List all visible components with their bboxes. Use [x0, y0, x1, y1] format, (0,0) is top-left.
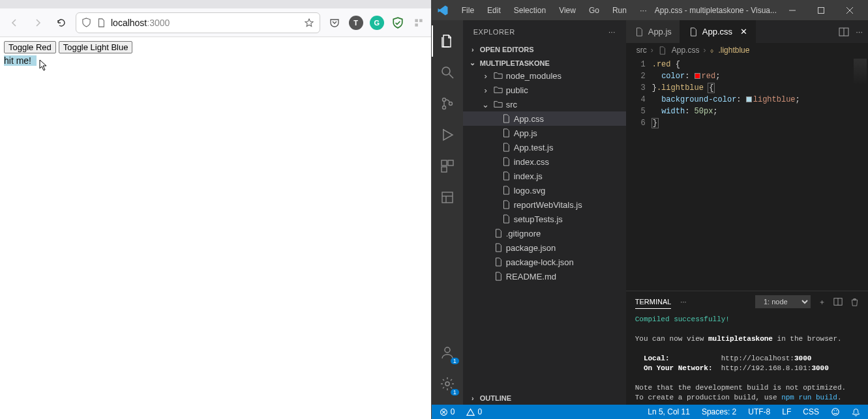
file-row[interactable]: reportWebVitals.js [463, 197, 626, 212]
crumb-symbol-icon: ⬨ [710, 46, 714, 55]
menu-run[interactable]: Run [607, 3, 632, 18]
activity-settings[interactable]: 1 [432, 368, 463, 399]
activity-accounts[interactable]: 1 [432, 337, 463, 368]
file-row[interactable]: App.js [463, 126, 626, 140]
file-icon [493, 272, 503, 281]
menu-go[interactable]: Go [584, 3, 605, 18]
status-bell-icon[interactable] [849, 407, 863, 416]
terminal-output[interactable]: Compiled successfully! You can now view … [626, 312, 868, 405]
ext-overflow-icon[interactable] [412, 16, 426, 30]
open-editors-label: OPEN EDITORS [480, 46, 534, 53]
more-actions-icon[interactable]: ··· [856, 27, 863, 36]
split-editor-icon[interactable] [839, 27, 849, 37]
file-row[interactable]: App.css [463, 111, 626, 126]
file-icon [688, 27, 698, 36]
svg-rect-0 [415, 19, 418, 22]
svg-point-5 [442, 67, 450, 75]
status-ln-col[interactable]: Ln 5, Col 11 [645, 407, 693, 416]
menu-file[interactable]: File [456, 3, 479, 18]
forward-button[interactable] [29, 14, 47, 32]
tab-app-css[interactable]: App.css ✕ [680, 20, 756, 43]
code-content[interactable]: .red { color: red;}.lightblue { backgrou… [652, 57, 868, 291]
tree-item-label: package.json [506, 243, 556, 253]
file-row[interactable]: package-lock.json [463, 255, 626, 269]
reload-button[interactable] [52, 14, 70, 32]
explorer-more-icon[interactable]: ··· [608, 28, 616, 36]
file-icon [493, 257, 503, 267]
activity-item[interactable] [432, 182, 463, 213]
file-row[interactable]: README.md [463, 269, 626, 283]
toggle-red-button[interactable]: Toggle Red [4, 41, 56, 53]
status-language[interactable]: CSS [800, 407, 822, 416]
outline-section[interactable]: › OUTLINE [463, 393, 626, 403]
tab-app-js[interactable]: App.js [626, 20, 680, 43]
window-maximize[interactable] [808, 0, 834, 20]
project-section[interactable]: ⌄ MULTIPLETASKONE [463, 57, 626, 68]
terminal-more-icon[interactable]: ··· [680, 298, 686, 306]
pocket-icon[interactable] [325, 14, 344, 32]
toggle-lightblue-button[interactable]: Toggle Light Blue [59, 41, 133, 53]
folder-row[interactable]: ›public [463, 83, 626, 97]
folder-row[interactable]: ›node_modules [463, 68, 626, 83]
tree-item-label: App.test.js [514, 143, 554, 152]
ext-grammarly-icon[interactable]: G [370, 16, 384, 30]
status-errors[interactable]: 0 [437, 407, 458, 416]
terminal-panel: TERMINAL ··· 1: node ＋ Compiled successf… [626, 291, 868, 405]
folder-icon [493, 85, 503, 94]
breadcrumbs[interactable]: src › App.css › ⬨ .lightblue [626, 43, 868, 57]
tree-item-label: logo.svg [514, 186, 545, 195]
activity-debug[interactable] [432, 119, 463, 151]
svg-point-8 [442, 106, 445, 109]
accounts-badge: 1 [451, 358, 459, 364]
file-row[interactable]: index.js [463, 169, 626, 183]
menu-edit[interactable]: Edit [482, 3, 506, 18]
chevron-right-icon: › [468, 394, 477, 402]
split-terminal-icon[interactable] [833, 297, 843, 306]
activity-extensions[interactable] [432, 151, 463, 182]
activity-explorer[interactable] [432, 25, 463, 57]
crumb[interactable]: src [636, 46, 647, 55]
svg-point-10 [443, 129, 444, 130]
ext-shield-icon[interactable] [391, 16, 405, 30]
status-eol[interactable]: LF [779, 407, 794, 416]
menu-view[interactable]: View [554, 3, 581, 18]
menu-selection[interactable]: Selection [509, 3, 551, 18]
status-encoding[interactable]: UTF-8 [745, 407, 773, 416]
window-minimize[interactable] [779, 0, 805, 20]
terminal-tab[interactable]: TERMINAL [635, 295, 672, 309]
file-icon [501, 200, 511, 209]
file-row[interactable]: .gitignore [463, 226, 626, 240]
file-row[interactable]: logo.svg [463, 183, 626, 197]
terminal-selector[interactable]: 1: node [755, 295, 811, 308]
file-row[interactable]: package.json [463, 240, 626, 255]
minimap[interactable] [854, 59, 867, 85]
back-button[interactable] [5, 14, 23, 32]
close-icon[interactable]: ✕ [740, 27, 747, 36]
open-editors-section[interactable]: › OPEN EDITORS [463, 44, 626, 55]
address-bar[interactable]: localhost:3000 [76, 12, 320, 33]
status-feedback-icon[interactable] [828, 407, 843, 416]
kill-terminal-icon[interactable] [850, 298, 859, 306]
activity-scm[interactable] [432, 88, 463, 119]
window-close[interactable] [837, 0, 863, 20]
activity-search[interactable] [432, 57, 463, 88]
crumb[interactable]: App.css [672, 46, 700, 55]
tree-item-label: .gitignore [506, 229, 541, 238]
vscode-window: File Edit Selection View Go Run ··· App.… [432, 0, 868, 419]
menu-more[interactable]: ··· [635, 3, 652, 18]
file-row[interactable]: App.test.js [463, 140, 626, 154]
status-warnings[interactable]: 0 [464, 407, 485, 416]
explorer-title: EXPLORER [473, 28, 515, 36]
bookmark-icon[interactable] [304, 18, 314, 28]
new-terminal-icon[interactable]: ＋ [818, 297, 826, 307]
folder-row[interactable]: ⌄src [463, 97, 626, 111]
file-row[interactable]: setupTests.js [463, 212, 626, 226]
status-spaces[interactable]: Spaces: 2 [699, 407, 739, 416]
ext-icon[interactable]: T [349, 16, 363, 30]
file-row[interactable]: index.css [463, 154, 626, 169]
tree-item-label: node_modules [506, 71, 561, 81]
file-icon [501, 214, 511, 224]
crumb[interactable]: .lightblue [718, 46, 749, 55]
activity-bar: 1 1 [432, 20, 463, 405]
code-editor[interactable]: 1 2 3 4 5 6 .red { color: red;}.lightblu… [626, 57, 868, 291]
